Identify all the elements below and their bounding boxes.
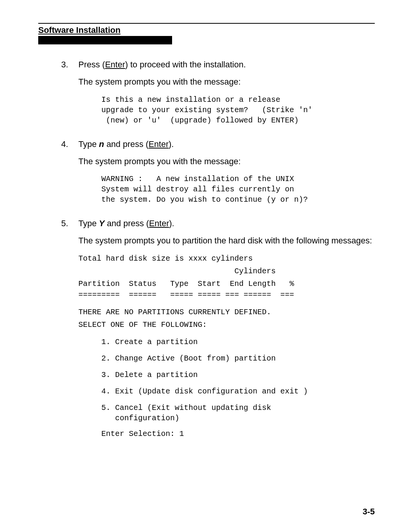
partition-table-divider: ========= ====== ===== ===== === ====== … bbox=[78, 290, 375, 300]
step4-text-mid: and press ( bbox=[104, 139, 148, 149]
section-header: Software Installation bbox=[38, 25, 375, 35]
step5-narrative: The system prompts you to partition the … bbox=[78, 235, 375, 246]
menu-item-1: 1. Create a partition bbox=[101, 337, 375, 347]
menu-list: 1. Create a partition 2. Change Active (… bbox=[101, 337, 375, 423]
enter-key: Enter bbox=[105, 60, 125, 69]
header-rule bbox=[38, 23, 375, 24]
no-partitions-line: THERE ARE NO PARTITIONS CURRENTLY DEFINE… bbox=[78, 307, 375, 317]
header-black-bar bbox=[38, 36, 172, 44]
step-body: Type n and press (Enter). The system pro… bbox=[78, 139, 375, 212]
step-body: Press (Enter) to proceed with the instal… bbox=[78, 60, 375, 132]
step4-text-pre: Type bbox=[78, 139, 99, 149]
step5-text-pre: Type bbox=[78, 219, 99, 228]
step4-text-post: ). bbox=[169, 139, 174, 149]
typed-char-y: Y bbox=[99, 219, 105, 228]
step-4: 4. Type n and press (Enter). The system … bbox=[61, 139, 375, 212]
steps-container: 3. Press (Enter) to proceed with the ins… bbox=[61, 60, 375, 438]
step4-mono: WARNING : A new installation of the UNIX… bbox=[101, 174, 375, 205]
partition-table-header: Partition Status Type Start End Length % bbox=[78, 279, 375, 289]
select-following-line: SELECT ONE OF THE FOLLOWING: bbox=[78, 320, 375, 330]
step4-narrative: The system prompts you with the message: bbox=[78, 156, 375, 167]
menu-item-2: 2. Change Active (Boot from) partition bbox=[101, 353, 375, 364]
enter-key: Enter bbox=[148, 139, 169, 149]
menu-item-5: 5. Cancel (Exit without updating disk co… bbox=[101, 403, 375, 423]
enter-selection: Enter Selection: 1 bbox=[101, 429, 375, 438]
menu-item-4: 4. Exit (Update disk configuration and e… bbox=[101, 386, 375, 397]
step-3: 3. Press (Enter) to proceed with the ins… bbox=[61, 60, 375, 132]
step-number: 5. bbox=[61, 219, 78, 438]
step-number: 4. bbox=[61, 139, 78, 212]
step5-text-mid: and press ( bbox=[105, 219, 149, 228]
step3-text-post: ) to proceed with the installation. bbox=[125, 60, 246, 69]
enter-key: Enter bbox=[149, 219, 169, 228]
disk-cyl-label: Cylinders bbox=[78, 266, 375, 276]
menu-item-3: 3. Delete a partition bbox=[101, 370, 375, 380]
step-number: 3. bbox=[61, 60, 78, 132]
typed-char-n: n bbox=[99, 139, 104, 149]
page-number: 3-5 bbox=[363, 507, 375, 517]
disk-total: Total hard disk size is xxxx cylinders bbox=[78, 253, 375, 264]
step-body: Type Y and press (Enter). The system pro… bbox=[78, 219, 375, 438]
step5-text-post: ). bbox=[169, 219, 174, 228]
step3-narrative: The system prompts you with the message: bbox=[78, 77, 375, 88]
step-5: 5. Type Y and press (Enter). The system … bbox=[61, 219, 375, 438]
step3-mono: Is this a new installation or a release … bbox=[101, 95, 375, 126]
step3-text-pre: Press ( bbox=[78, 60, 105, 69]
